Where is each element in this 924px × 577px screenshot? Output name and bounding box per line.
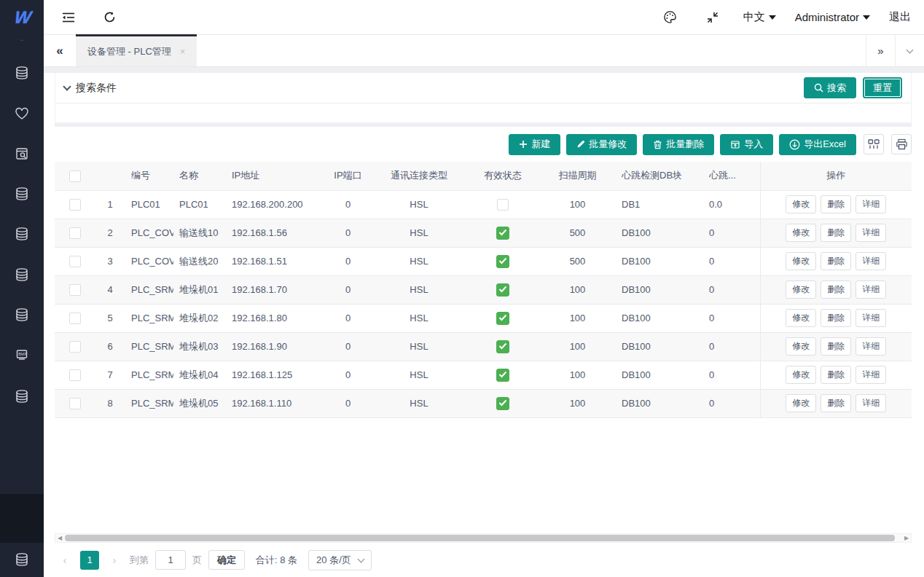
sidebar-item-database-3[interactable] <box>0 182 44 207</box>
row-checkbox[interactable] <box>69 313 81 324</box>
edit-button[interactable]: 修改 <box>786 252 816 270</box>
delete-button[interactable]: 删除 <box>821 224 851 242</box>
name-cell: 堆垛机04 <box>173 361 226 389</box>
row-checkbox[interactable] <box>69 256 81 267</box>
valid-status-checkbox[interactable] <box>496 340 509 353</box>
valid-status-checkbox[interactable] <box>496 369 509 382</box>
edit-button[interactable]: 修改 <box>786 224 816 242</box>
export-excel-button[interactable]: 导出Excel <box>779 134 856 155</box>
page-1-button[interactable]: 1 <box>80 551 99 570</box>
close-icon[interactable]: × <box>180 46 186 57</box>
new-button[interactable]: 新建 <box>509 134 560 155</box>
delete-button[interactable]: 删除 <box>821 394 851 412</box>
checkbox-cell <box>55 219 95 247</box>
detail-button[interactable]: 详细 <box>856 280 886 299</box>
scroll-left-arrow[interactable]: ◀ <box>55 535 64 541</box>
menu-collapse-button[interactable] <box>57 6 80 29</box>
sidebar-item-database-9[interactable] <box>0 548 44 573</box>
goto-confirm-button[interactable]: 确定 <box>208 550 245 570</box>
row-checkbox[interactable] <box>69 369 81 381</box>
reset-button[interactable]: 重置 <box>863 77 902 98</box>
sidebar-item-bmp-file-7[interactable]: BMP <box>0 343 44 368</box>
row-checkbox[interactable] <box>69 284 81 296</box>
edit-button[interactable]: 修改 <box>786 309 816 327</box>
print-button[interactable] <box>891 134 912 154</box>
delete-button[interactable]: 删除 <box>821 195 851 213</box>
sidebar-item-heart-1[interactable] <box>0 102 44 127</box>
delete-button[interactable]: 删除 <box>821 366 851 384</box>
index-cell: 5 <box>95 304 125 332</box>
index-cell: 7 <box>95 361 125 389</box>
row-checkbox[interactable] <box>69 341 81 353</box>
refresh-button[interactable] <box>98 6 121 29</box>
edit-button[interactable]: 修改 <box>786 366 816 384</box>
tab-device-plc[interactable]: 设备管理 - PLC管理 × <box>76 34 197 66</box>
batch-delete-button[interactable]: 批量删除 <box>643 134 714 155</box>
scan-cell: 100 <box>539 190 616 219</box>
theme-palette-button[interactable] <box>659 6 682 29</box>
edit-button[interactable]: 修改 <box>786 337 816 356</box>
delete-button[interactable]: 删除 <box>821 252 851 270</box>
delete-button[interactable]: 删除 <box>821 337 851 356</box>
scroll-right-arrow[interactable]: ▶ <box>902 535 911 541</box>
user-menu[interactable]: Administrator <box>795 11 870 23</box>
sidebar-item-active[interactable] <box>0 494 44 543</box>
tabs-menu-button[interactable] <box>895 35 924 66</box>
app-logo[interactable]: W <box>0 0 44 35</box>
next-page-button[interactable]: › <box>106 552 123 569</box>
select-all-checkbox[interactable] <box>69 170 81 182</box>
valid-status-checkbox[interactable] <box>496 312 509 325</box>
name-cell: 堆垛机05 <box>173 389 226 417</box>
edit-button[interactable]: 修改 <box>786 195 816 213</box>
sidebar-item-database-8[interactable] <box>0 385 44 409</box>
delete-button[interactable]: 删除 <box>821 309 851 327</box>
edit-button[interactable]: 修改 <box>786 280 816 299</box>
valid-cell <box>466 219 539 247</box>
tabs-scroll-left-button[interactable]: « <box>44 35 76 66</box>
scrollbar-thumb[interactable] <box>65 535 895 541</box>
conn-type-cell: HSL <box>372 304 466 332</box>
detail-button[interactable]: 详细 <box>856 309 886 327</box>
row-checkbox[interactable] <box>69 199 81 211</box>
page-size-select[interactable]: 20 条/页 <box>308 550 372 570</box>
valid-status-checkbox[interactable] <box>496 397 509 410</box>
delete-button[interactable]: 删除 <box>821 280 851 299</box>
detail-button[interactable]: 详细 <box>856 337 886 356</box>
tab-label: 设备管理 - PLC管理 <box>87 45 171 58</box>
sidebar-item-database-4[interactable] <box>0 222 44 247</box>
actions-cell: 修改删除详细 <box>760 361 912 389</box>
scan-cell: 100 <box>539 275 616 304</box>
language-select[interactable]: 中文 <box>743 10 776 24</box>
detail-button[interactable]: 详细 <box>856 366 886 384</box>
sidebar-item-database-5[interactable] <box>0 263 44 288</box>
search-button[interactable]: 搜索 <box>804 77 856 98</box>
edit-button[interactable]: 修改 <box>786 394 816 412</box>
sidebar-item-doc-search-2[interactable] <box>0 142 44 167</box>
horizontal-scrollbar[interactable]: ◀ ▶ <box>55 533 912 543</box>
logout-button[interactable]: 退出 <box>889 10 911 24</box>
detail-button[interactable]: 详细 <box>856 224 886 242</box>
row-checkbox[interactable] <box>69 227 81 239</box>
batch-edit-button[interactable]: 批量修改 <box>566 134 637 155</box>
detail-button[interactable]: 详细 <box>856 252 886 270</box>
valid-status-checkbox[interactable] <box>496 255 509 268</box>
valid-status-checkbox[interactable] <box>497 199 509 211</box>
fullscreen-toggle-button[interactable] <box>701 6 724 29</box>
import-button[interactable]: 导入 <box>720 134 773 155</box>
tabs-scroll-right-button[interactable]: » <box>866 35 895 66</box>
sidebar-item-database-0[interactable] <box>0 61 44 86</box>
valid-status-checkbox[interactable] <box>496 227 509 240</box>
valid-status-checkbox[interactable] <box>496 283 509 297</box>
prev-page-button[interactable]: ‹ <box>56 552 74 569</box>
column-settings-button[interactable] <box>864 134 884 154</box>
row-checkbox[interactable] <box>69 398 81 409</box>
ip-cell: 192.168.1.125 <box>226 361 324 389</box>
goto-page-input[interactable] <box>155 550 186 570</box>
column-header-3: 名称 <box>173 162 226 190</box>
detail-button[interactable]: 详细 <box>856 394 886 412</box>
search-collapse-toggle[interactable]: 搜索条件 <box>64 82 117 95</box>
sidebar-item-database-6[interactable] <box>0 303 44 328</box>
scrollbar-track[interactable] <box>64 534 902 542</box>
detail-button[interactable]: 详细 <box>856 195 886 213</box>
port-cell: 0 <box>324 332 372 361</box>
